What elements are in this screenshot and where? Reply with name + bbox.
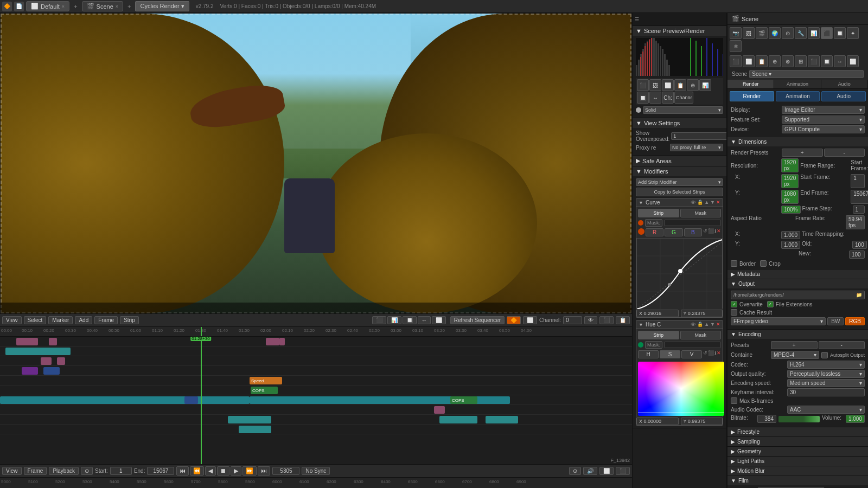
curve-mask-bar[interactable] bbox=[664, 220, 721, 226]
encoding-speed-dropdown[interactable]: Medium speed ▾ bbox=[787, 379, 865, 387]
res-x-val[interactable]: 1920 px bbox=[781, 158, 799, 172]
output-quality-dropdown[interactable]: Perceptually lossless ▾ bbox=[787, 370, 865, 378]
modifiers-header[interactable]: ▼ Modifiers bbox=[633, 166, 726, 176]
time-remap-old-val[interactable]: 100 bbox=[852, 241, 867, 249]
strip-teal-1[interactable] bbox=[5, 348, 71, 355]
film-header[interactable]: ▼ Film bbox=[727, 476, 868, 485]
strip-cops[interactable]: COPS bbox=[251, 387, 278, 394]
add-strip-modifier-dropdown[interactable]: Add Strip Modifier ▾ bbox=[636, 178, 723, 186]
hue-x-icon[interactable]: ✕ bbox=[717, 350, 721, 358]
strip-pink-2[interactable] bbox=[49, 338, 57, 345]
render-icon-camera[interactable]: 📷 bbox=[730, 27, 742, 39]
prev-frame-btn[interactable]: ⏪ bbox=[190, 466, 204, 476]
hue-v-btn[interactable]: V bbox=[681, 350, 702, 358]
res-y-input[interactable]: 1080 px bbox=[781, 190, 799, 204]
animation-tab[interactable]: Animation bbox=[774, 80, 821, 88]
render-icon-mod[interactable]: 🔧 bbox=[795, 27, 807, 39]
output-path-folder-icon[interactable]: 📁 bbox=[856, 292, 862, 298]
prev-icon-6[interactable]: 📊 bbox=[699, 79, 711, 91]
crop-check-box[interactable] bbox=[760, 260, 767, 267]
seq-icon-10[interactable]: 📋 bbox=[616, 316, 630, 324]
sequencer[interactable]: 00:00 00:10 00:20 00:30 00:40 00:50 01:0… bbox=[0, 327, 632, 464]
render-icon-a10[interactable]: ⬜ bbox=[847, 55, 859, 67]
hue-coord-x[interactable]: X 0.00000 bbox=[636, 418, 679, 425]
border-check-box[interactable] bbox=[731, 260, 737, 267]
marker-menu-btn[interactable]: Marker bbox=[48, 316, 73, 324]
output-header[interactable]: ▼ Output bbox=[727, 279, 868, 288]
strip-pink-1[interactable] bbox=[16, 338, 38, 345]
hue-h-btn[interactable]: H bbox=[638, 350, 659, 358]
render-icon-render[interactable]: 🖼 bbox=[743, 27, 755, 39]
seq-icon-5[interactable]: ⬜ bbox=[432, 316, 446, 324]
refresh-sequencer-btn[interactable]: Refresh Sequencer bbox=[450, 316, 505, 324]
hue-coord-y[interactable]: Y 0.99375 bbox=[681, 418, 723, 425]
default-tab-close[interactable]: × bbox=[62, 4, 65, 9]
file-icon[interactable]: 📄 bbox=[14, 2, 24, 11]
hue-reset-icon[interactable]: ↺ bbox=[703, 350, 707, 358]
overexposed-input[interactable] bbox=[671, 132, 727, 140]
blender-logo-icon[interactable]: 🔶 bbox=[2, 2, 12, 11]
curve-strip-tab[interactable]: Strip bbox=[638, 209, 679, 217]
res-x-input[interactable]: 1920 px bbox=[781, 174, 799, 188]
render-icon-a8[interactable]: 🔲 bbox=[821, 55, 833, 67]
hue-strip-tab[interactable]: Strip bbox=[638, 331, 679, 339]
curve-graph[interactable] bbox=[636, 238, 723, 309]
keyframe-interval-val[interactable]: 30 bbox=[787, 388, 865, 396]
seq-icon-2[interactable]: 📊 bbox=[387, 316, 401, 324]
end-frame-input[interactable] bbox=[147, 467, 174, 475]
seq-icon-1[interactable]: ⬛ bbox=[372, 316, 386, 324]
prev-icon-7[interactable]: 🔲 bbox=[637, 92, 649, 104]
sampling-header[interactable]: ▶ Sampling bbox=[727, 437, 868, 446]
curve-close-icon[interactable]: ✕ bbox=[716, 200, 720, 206]
view-btn-bottom[interactable]: View bbox=[2, 467, 22, 475]
scene-preview-header[interactable]: ▼ Scene Preview/Render bbox=[633, 26, 726, 36]
audio-btn[interactable]: Audio bbox=[821, 91, 866, 101]
render-icon-scene[interactable]: 🎬 bbox=[756, 27, 768, 39]
curve-r-btn[interactable]: R bbox=[646, 228, 663, 236]
frame-step-val[interactable]: 1 bbox=[853, 206, 865, 214]
start-frame-input[interactable] bbox=[110, 467, 132, 475]
safe-areas-header[interactable]: ▶ Safe Areas bbox=[633, 156, 726, 166]
output-path[interactable]: /home/takergo/renders/ 📁 bbox=[731, 291, 865, 299]
play-reverse-btn[interactable]: ◀ bbox=[205, 466, 216, 476]
format-dropdown[interactable]: FFmpeg video ▾ bbox=[731, 317, 826, 325]
add-layout-btn[interactable]: + bbox=[72, 3, 79, 10]
audio-codec-dropdown[interactable]: AAC ▾ bbox=[787, 406, 865, 414]
geometry-header[interactable]: ▶ Geometry bbox=[727, 447, 868, 456]
curve-down-icon[interactable]: ▼ bbox=[710, 200, 715, 206]
curve-up-icon[interactable]: ▲ bbox=[704, 200, 709, 206]
bottom-icon-1[interactable]: ⊙ bbox=[569, 467, 581, 475]
encoding-preset-add[interactable]: + bbox=[771, 341, 818, 349]
sync-dropdown[interactable]: No Sync bbox=[302, 467, 330, 475]
add-scene-btn[interactable]: + bbox=[125, 3, 133, 10]
render-icon-a5[interactable]: ⊗ bbox=[782, 55, 794, 67]
render-icon-a4[interactable]: ⊕ bbox=[769, 55, 781, 67]
cache-check-box[interactable] bbox=[731, 309, 737, 316]
overwrite-check-box[interactable]: ✓ bbox=[731, 301, 737, 307]
scene-tab-close[interactable]: × bbox=[116, 4, 118, 9]
prev-icon-5[interactable]: ⊕ bbox=[687, 79, 699, 91]
hue-mask-bar[interactable] bbox=[664, 342, 721, 348]
frame-btn-bottom[interactable]: Frame bbox=[24, 467, 47, 475]
strip-blue-1[interactable] bbox=[43, 367, 60, 375]
aspect-y-val[interactable]: 1.000 bbox=[781, 241, 800, 249]
strip-teal-2[interactable] bbox=[228, 416, 271, 423]
render-icon-obj[interactable]: ⊙ bbox=[782, 27, 794, 39]
start-frame-val[interactable]: 1 bbox=[851, 174, 865, 188]
jump-end-btn[interactable]: ⏭ bbox=[258, 466, 270, 476]
seq-icon-9[interactable]: ⬛ bbox=[599, 316, 614, 324]
view-menu-btn[interactable]: View bbox=[2, 316, 22, 324]
curve-info-icon[interactable]: ℹ bbox=[714, 228, 716, 236]
encoding-preset-remove[interactable]: - bbox=[819, 341, 865, 349]
metadata-header[interactable]: ▶ Metadata bbox=[727, 269, 868, 279]
hue-down-icon[interactable]: ▼ bbox=[710, 322, 715, 328]
copy-strips-btn[interactable]: Copy to Selected Strips bbox=[636, 188, 723, 196]
render-icon-tex[interactable]: 🔲 bbox=[834, 27, 846, 39]
stop-btn[interactable]: ⏹ bbox=[217, 466, 229, 476]
curve-mask-tab[interactable]: Mask bbox=[680, 209, 722, 217]
curve-g-btn[interactable]: G bbox=[665, 228, 682, 236]
strip-teal-3[interactable] bbox=[439, 416, 477, 423]
default-tab[interactable]: ⬜ Default × bbox=[26, 1, 69, 11]
render-tab[interactable]: Render bbox=[727, 80, 774, 88]
render-icon-a3[interactable]: 📋 bbox=[756, 55, 768, 67]
